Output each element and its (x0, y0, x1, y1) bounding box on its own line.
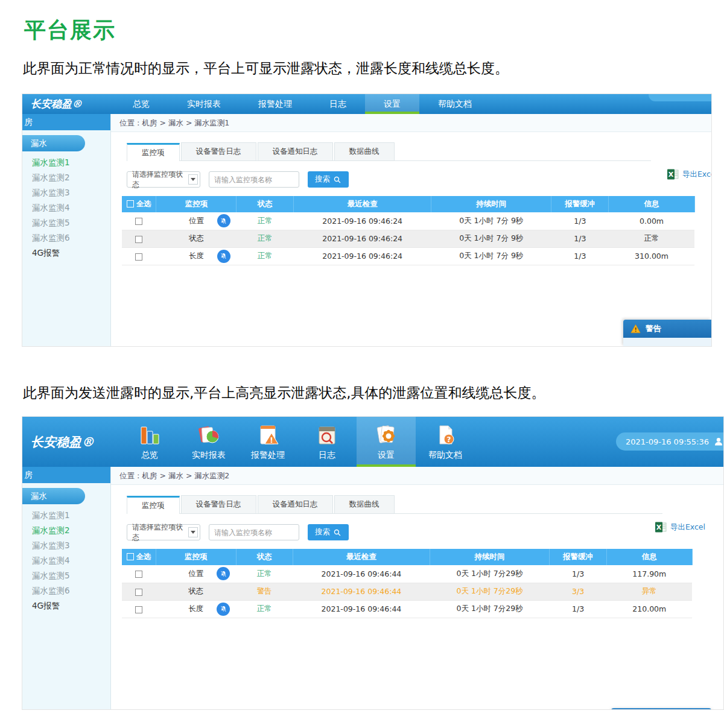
row-checkbox[interactable] (135, 218, 142, 225)
notification-muted-icon[interactable] (217, 250, 230, 263)
row-checkbox[interactable] (135, 589, 142, 596)
nav-alarm-process[interactable]: 报警处理 (240, 94, 311, 114)
user-icon[interactable] (714, 437, 723, 446)
row-checkbox[interactable] (135, 253, 142, 261)
nav-help-doc[interactable]: 帮助文档 (419, 94, 491, 114)
info-value: 正常 (609, 230, 694, 247)
tab-monitor-items[interactable]: 监控项 (127, 143, 180, 161)
sidebar-header-room[interactable]: 房 (22, 114, 110, 130)
info-value: 310.00m (609, 247, 694, 265)
tab-data-curve[interactable]: 数据曲线 (334, 495, 395, 513)
log-calendar-icon (314, 423, 340, 448)
duration: 0天 1小时 7分29秒 (430, 600, 549, 618)
table-row: 长度 正常 2021-09-16 09:46:44 0天 1小时 7分29秒 1… (122, 600, 692, 618)
notification-muted-icon[interactable] (217, 567, 230, 580)
sidebar-item-monitor3[interactable]: 漏水监测3 (22, 538, 110, 553)
tab-monitor-items[interactable]: 监控项 (127, 496, 180, 514)
tab-device-warning-log[interactable]: 设备警告日志 (181, 142, 256, 160)
sidebar-item-4g-alarm[interactable]: 4G报警 (22, 245, 110, 261)
last-check-time: 2021-09-16 09:46:24 (294, 247, 431, 265)
main-panel: 位置：机房 > 漏水 > 漏水监测1 监控项 设备警告日志 设备通知日志 数据曲… (110, 114, 711, 346)
sidebar-item-monitor3[interactable]: 漏水监测3 (22, 185, 110, 200)
warning-toast[interactable]: ! 警告 (623, 320, 711, 346)
nav-realtime-report[interactable]: 实时报表 (168, 94, 240, 114)
top-navbar: 长安稳盈® 总览 实时报表 ! 报警处理 日志 设置 ? 帮助文档 2021-0… (22, 417, 723, 467)
header-info: 信息 (609, 196, 694, 212)
sidebar-item-monitor1[interactable]: 漏水监测1 (22, 508, 110, 523)
monitor-item-name: 状态 (189, 233, 204, 242)
nav-settings[interactable]: 设置 (357, 417, 416, 467)
nav-log[interactable]: 日志 (311, 94, 365, 114)
notification-muted-icon[interactable] (217, 214, 230, 227)
export-excel-button[interactable]: X 导出Excel (667, 168, 712, 180)
tab-bar: 监控项 设备警告日志 设备通知日志 数据曲线 (127, 142, 651, 161)
sidebar-item-monitor5[interactable]: 漏水监测5 (22, 568, 110, 583)
monitor-name-input[interactable] (209, 524, 299, 540)
nav-label: 设置 (384, 99, 401, 110)
nav-log[interactable]: 日志 (297, 417, 357, 467)
warning-popup[interactable]: ! 警告 设备项：漏水监测2 监控项：状态 状态：警告 (611, 708, 711, 710)
search-button[interactable]: 搜索 (308, 171, 349, 188)
sidebar-item-monitor6[interactable]: 漏水监测6 (22, 583, 110, 598)
sidebar-item-monitor6[interactable]: 漏水监测6 (22, 230, 110, 245)
sidebar-item-monitor2[interactable]: 漏水监测2 (22, 523, 110, 538)
nav-settings[interactable]: 设置 (365, 94, 419, 114)
status-badge: 警告 (236, 583, 293, 600)
monitor-name-input[interactable] (209, 171, 299, 188)
table-row: 位置 正常 2021-09-16 09:46:44 0天 1小时 7分29秒 1… (122, 565, 692, 583)
status-select[interactable]: 请选择监控项状态 (127, 171, 200, 188)
main-panel: 位置：机房 > 漏水 > 漏水监测2 监控项 设备警告日志 设备通知日志 数据曲… (110, 467, 723, 709)
svg-text:!: ! (270, 435, 273, 444)
tab-device-warning-log[interactable]: 设备警告日志 (181, 495, 256, 513)
status-badge: 正常 (237, 212, 294, 230)
nav-help-doc[interactable]: ? 帮助文档 (416, 417, 475, 467)
screenshot-normal: 长安稳盈® 总览 实时报表 报警处理 日志 设置 帮助文档 房 漏水 漏水监测1… (22, 93, 712, 347)
select-all-checkbox[interactable] (127, 200, 134, 207)
nav-overview[interactable]: 总览 (114, 94, 168, 114)
tab-device-notify-log[interactable]: 设备通知日志 (258, 495, 333, 513)
sidebar-group-leak[interactable]: 漏水 (22, 135, 85, 151)
nav-realtime-report[interactable]: 实时报表 (179, 417, 238, 467)
monitor-item-name: 长度 (188, 604, 203, 613)
sidebar-item-monitor4[interactable]: 漏水监测4 (22, 553, 110, 568)
export-excel-button[interactable]: X 导出Excel (655, 521, 705, 533)
status-badge: 正常 (236, 565, 293, 583)
top-navbar: 长安稳盈® 总览 实时报表 报警处理 日志 设置 帮助文档 (22, 94, 711, 114)
alarm-buffer: 3/3 (550, 583, 607, 600)
sidebar-item-monitor4[interactable]: 漏水监测4 (22, 200, 110, 215)
nav-label: 帮助文档 (438, 99, 472, 110)
tab-device-notify-log[interactable]: 设备通知日志 (258, 142, 333, 160)
header-select-all: 全选 (136, 199, 151, 209)
select-all-checkbox[interactable] (127, 553, 134, 560)
nav-label: 报警处理 (258, 99, 292, 110)
row-checkbox[interactable] (135, 571, 142, 578)
info-value: 117.90m (606, 565, 692, 583)
nav-overview[interactable]: 总览 (120, 417, 179, 467)
warning-icon: ! (630, 324, 641, 334)
sidebar-header-room[interactable]: 房 (22, 467, 110, 483)
brand-logo: 长安稳盈® (22, 434, 120, 451)
status-select[interactable]: 请选择监控项状态 (127, 524, 200, 540)
monitor-item-name: 位置 (188, 569, 203, 578)
row-checkbox[interactable] (135, 236, 142, 243)
sidebar-group-leak[interactable]: 漏水 (22, 488, 85, 504)
chevron-down-icon (188, 527, 198, 537)
nav-label: 帮助文档 (428, 450, 462, 461)
row-checkbox[interactable] (135, 606, 142, 613)
nav-alarm-process[interactable]: ! 报警处理 (238, 417, 297, 467)
duration: 0天 1小时 7分 9秒 (431, 247, 551, 265)
alarm-buffer: 1/3 (551, 212, 609, 230)
tab-data-curve[interactable]: 数据曲线 (334, 142, 395, 160)
svg-text:?: ? (447, 435, 451, 443)
table-header-row: 全选 监控项 状态 最近检查 持续时间 报警缓冲 信息 (122, 196, 694, 212)
nav-label: 实时报表 (192, 450, 226, 461)
sidebar-item-4g-alarm[interactable]: 4G报警 (22, 598, 110, 613)
sidebar-item-monitor5[interactable]: 漏水监测5 (22, 215, 110, 230)
page-title: 平台展示 (24, 16, 116, 45)
bar-chart-icon (137, 423, 162, 448)
sidebar-item-monitor1[interactable]: 漏水监测1 (22, 155, 110, 170)
notification-muted-icon[interactable] (217, 603, 230, 616)
monitor-table: 全选 监控项 状态 最近检查 持续时间 报警缓冲 信息 位置 正常 (122, 196, 695, 265)
search-button[interactable]: 搜索 (308, 524, 349, 540)
sidebar-item-monitor2[interactable]: 漏水监测2 (22, 170, 110, 185)
